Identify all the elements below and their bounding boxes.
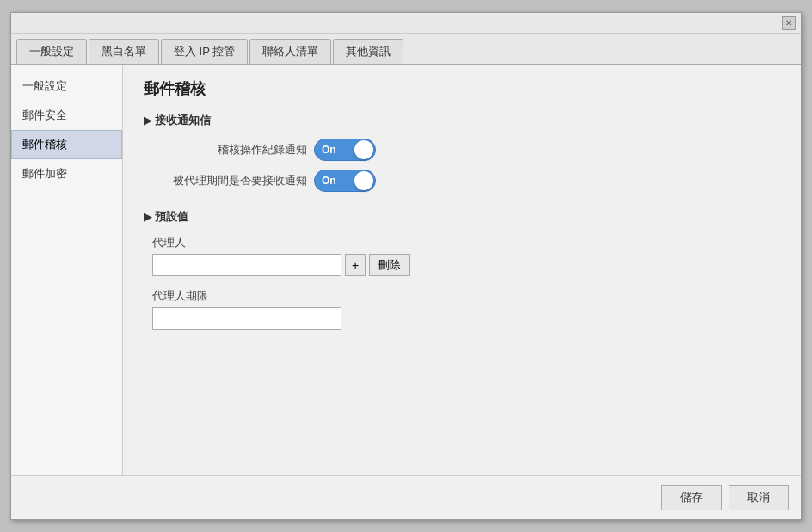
proxy-notify-label: 被代理期間是否要接收通知: [152, 173, 307, 189]
title-bar: ✕: [11, 13, 801, 34]
close-button[interactable]: ✕: [782, 16, 796, 30]
section-defaults-label: 預設值: [155, 209, 188, 225]
audit-log-label: 稽核操作紀錄通知: [152, 142, 307, 158]
field-row-audit-log: 稽核操作紀錄通知 On: [144, 139, 780, 161]
sidebar-item-general[interactable]: 一般設定: [11, 71, 122, 101]
tab-general-settings[interactable]: 一般設定: [16, 39, 87, 64]
delete-agent-button[interactable]: 刪除: [369, 254, 410, 276]
agent-period-label: 代理人期限: [152, 288, 780, 304]
content-area: 一般設定 郵件安全 郵件稽核 郵件加密 郵件稽核 ▶ 接收通知信 稽核操作紀錄通…: [11, 65, 801, 475]
bottom-bar: 儲存 取消: [11, 475, 801, 519]
tabs-bar: 一般設定 黑白名單 登入 IP 控管 聯絡人清單 其他資訊: [11, 34, 801, 65]
tab-contact-list[interactable]: 聯絡人清單: [249, 39, 331, 64]
cancel-button[interactable]: 取消: [729, 485, 789, 510]
chevron-icon: ▶: [144, 114, 151, 127]
agent-label: 代理人: [152, 235, 780, 251]
audit-log-toggle[interactable]: On: [314, 139, 376, 161]
tab-blackwhite-list[interactable]: 黑白名單: [89, 39, 159, 64]
section-notifications: ▶ 接收通知信 稽核操作紀錄通知 On 被代理期間是否要接收通知 On: [144, 113, 780, 192]
audit-log-toggle-knob: [354, 140, 373, 159]
field-row-proxy-notify: 被代理期間是否要接收通知 On: [144, 170, 780, 192]
section-notifications-header[interactable]: ▶ 接收通知信: [144, 113, 780, 128]
sidebar-item-mail-security[interactable]: 郵件安全: [11, 101, 122, 130]
sidebar-item-mail-audit[interactable]: 郵件稽核: [11, 130, 122, 159]
proxy-notify-toggle-knob: [354, 171, 373, 190]
section-defaults-header[interactable]: ▶ 預設值: [144, 209, 780, 225]
sidebar: 一般設定 郵件安全 郵件稽核 郵件加密: [11, 65, 123, 475]
agent-period-field-group: 代理人期限: [144, 288, 780, 330]
section-defaults: ▶ 預設值 代理人 + 刪除 代理人期限: [144, 209, 780, 330]
agent-period-input[interactable]: [152, 307, 341, 330]
proxy-notify-toggle-label: On: [315, 175, 336, 187]
main-dialog: ✕ 一般設定 黑白名單 登入 IP 控管 聯絡人清單 其他資訊 一般設定 郵件安…: [10, 12, 802, 520]
section-notifications-label: 接收通知信: [155, 113, 211, 128]
audit-log-toggle-label: On: [315, 144, 336, 156]
tab-ip-control[interactable]: 登入 IP 控管: [161, 39, 248, 64]
tab-other-info[interactable]: 其他資訊: [333, 39, 403, 64]
agent-input-row: + 刪除: [152, 254, 780, 276]
page-title: 郵件稽核: [144, 78, 780, 99]
agent-field-group: 代理人 + 刪除: [144, 235, 780, 276]
save-button[interactable]: 儲存: [661, 485, 722, 510]
proxy-notify-toggle[interactable]: On: [314, 170, 376, 192]
main-content: 郵件稽核 ▶ 接收通知信 稽核操作紀錄通知 On 被代理期間是否要: [123, 65, 801, 475]
agent-input[interactable]: [152, 254, 341, 276]
add-agent-button[interactable]: +: [345, 254, 366, 276]
sidebar-item-mail-encrypt[interactable]: 郵件加密: [11, 159, 122, 189]
chevron-defaults-icon: ▶: [144, 211, 151, 223]
